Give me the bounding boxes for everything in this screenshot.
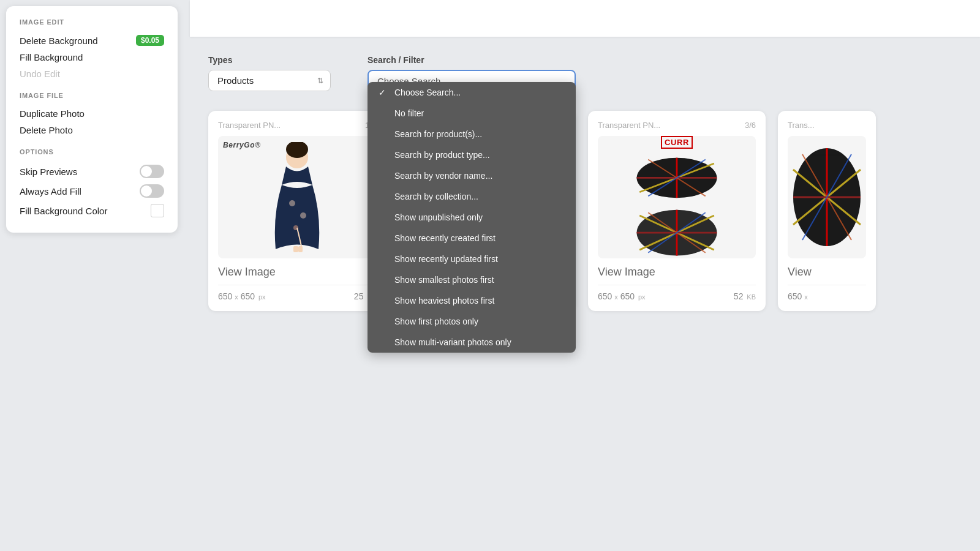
dropdown-item-label: Search by vendor name... bbox=[394, 171, 492, 181]
section-image-file-label: IMAGE FILE bbox=[20, 92, 164, 99]
svg-rect-6 bbox=[298, 246, 303, 252]
card-4-label: Trans... bbox=[788, 121, 815, 130]
check-mark-icon: ✓ bbox=[379, 88, 388, 97]
delete-photo-label: Delete Photo bbox=[20, 125, 73, 135]
delete-photo-item[interactable]: Delete Photo bbox=[20, 122, 164, 138]
hat-partial-icon bbox=[790, 142, 864, 252]
dropdown-item-12[interactable]: Show multi-variant photos only bbox=[368, 332, 576, 353]
types-select-wrapper: Products ⇅ bbox=[208, 70, 331, 91]
product-card-4: Trans... View 650 x bbox=[778, 111, 876, 311]
filter-row: Types Products ⇅ Search / Filter ✓Choose… bbox=[190, 37, 980, 105]
dropdown-item-label: No filter bbox=[394, 108, 424, 118]
dropdown-item-10[interactable]: Show heaviest photos first bbox=[368, 290, 576, 311]
undo-edit-label: Undo Edit bbox=[20, 69, 60, 79]
skip-previews-toggle[interactable] bbox=[140, 165, 164, 178]
dropdown-item-6[interactable]: Show unpublished only bbox=[368, 207, 576, 228]
card-4-divider bbox=[788, 285, 866, 285]
dropdown-item-label: Show multi-variant photos only bbox=[394, 337, 511, 347]
price-badge: $0.05 bbox=[136, 35, 164, 46]
card-1-dims: 650 x 650 px bbox=[218, 291, 266, 301]
fill-color-swatch[interactable] bbox=[151, 204, 164, 217]
dress-icon bbox=[266, 142, 328, 252]
dropdown-item-11[interactable]: Show first photos only bbox=[368, 311, 576, 332]
card-1-brand: BerryGo® bbox=[223, 141, 261, 149]
top-bar bbox=[190, 0, 980, 37]
dropdown-item-label: Show recently updated first bbox=[394, 254, 498, 264]
dropdown-item-label: Show unpublished only bbox=[394, 212, 483, 222]
product-card-1: Transparent PN... 1/6 BerryGo® bbox=[208, 111, 386, 311]
card-3-dims: 650 x 650 px bbox=[598, 291, 646, 301]
dropdown-item-label: Search by collection... bbox=[394, 192, 478, 201]
card-4-view-image[interactable]: View bbox=[788, 266, 866, 279]
dropdown-item-2[interactable]: Search for product(s)... bbox=[368, 124, 576, 144]
always-add-fill-toggle[interactable] bbox=[140, 184, 164, 198]
dropdown-item-5[interactable]: Search by collection... bbox=[368, 186, 576, 207]
fill-background-color-item: Fill Background Color bbox=[20, 201, 164, 220]
undo-edit-item: Undo Edit bbox=[20, 66, 164, 82]
card-3-label: Transparent PN... bbox=[598, 121, 660, 130]
dropdown-item-7[interactable]: Show recently created first bbox=[368, 228, 576, 249]
fill-background-label: Fill Background bbox=[20, 52, 83, 62]
cards-row: Transparent PN... 1/6 BerryGo® bbox=[190, 111, 980, 311]
dropdown-item-1[interactable]: No filter bbox=[368, 103, 576, 124]
card-3-brand: CURR bbox=[661, 136, 693, 149]
dropdown-item-label: Choose Search... bbox=[394, 88, 461, 97]
dropdown-item-label: Show smallest photos first bbox=[394, 275, 494, 285]
main-area: Types Products ⇅ Search / Filter ✓Choose… bbox=[190, 0, 980, 551]
left-panel: IMAGE EDIT Delete Background $0.05 Fill … bbox=[6, 6, 178, 233]
section-options-label: OPTIONS bbox=[20, 148, 164, 156]
dropdown-item-8[interactable]: Show recently updated first bbox=[368, 249, 576, 269]
skip-previews-label: Skip Previews bbox=[20, 167, 77, 177]
hat-top-icon bbox=[628, 155, 726, 201]
svg-point-3 bbox=[300, 212, 306, 219]
duplicate-photo-item[interactable]: Duplicate Photo bbox=[20, 105, 164, 122]
fill-background-item[interactable]: Fill Background bbox=[20, 49, 164, 66]
card-4-meta: 650 x bbox=[788, 291, 866, 301]
always-add-fill-item: Always Add Fill bbox=[20, 181, 164, 201]
dropdown-item-label: Show recently created first bbox=[394, 233, 496, 243]
delete-background-item[interactable]: Delete Background $0.05 bbox=[20, 32, 164, 49]
search-filter-group: Search / Filter ✓Choose Search...No filt… bbox=[368, 55, 576, 92]
hat-bottom-icon bbox=[628, 207, 726, 258]
dropdown-item-0[interactable]: ✓Choose Search... bbox=[368, 82, 576, 103]
card-1-image-area: BerryGo® bbox=[218, 136, 376, 258]
delete-background-label: Delete Background bbox=[20, 36, 98, 46]
search-filter-label: Search / Filter bbox=[368, 55, 576, 65]
card-3-meta: 650 x 650 px 52 KB bbox=[598, 291, 756, 301]
skip-previews-item: Skip Previews bbox=[20, 162, 164, 181]
dropdown-item-label: Search by product type... bbox=[394, 150, 490, 160]
card-1-label: Transparent PN... bbox=[218, 121, 281, 130]
card-4-dims: 650 x bbox=[788, 291, 808, 301]
card-3-header: Transparent PN... 3/6 bbox=[598, 121, 756, 130]
types-select[interactable]: Products bbox=[208, 70, 331, 91]
always-add-fill-label: Always Add Fill bbox=[20, 186, 81, 197]
svg-point-2 bbox=[289, 200, 295, 206]
search-dropdown: ✓Choose Search...No filterSearch for pro… bbox=[368, 82, 576, 353]
card-3-count: 3/6 bbox=[745, 121, 756, 130]
dropdown-item-label: Show first photos only bbox=[394, 317, 478, 326]
card-3-size: 52 KB bbox=[734, 291, 756, 301]
card-3-view-image[interactable]: View Image bbox=[598, 266, 756, 279]
dropdown-item-9[interactable]: Show smallest photos first bbox=[368, 269, 576, 290]
card-4-header: Trans... bbox=[788, 121, 866, 130]
card-1-meta: 650 x 650 px 25 KB bbox=[218, 291, 376, 301]
card-1-header: Transparent PN... 1/6 bbox=[218, 121, 376, 130]
card-1-view-image[interactable]: View Image bbox=[218, 266, 376, 279]
card-4-image-area bbox=[788, 136, 866, 258]
product-card-3: Transparent PN... 3/6 CURR bbox=[588, 111, 766, 311]
dropdown-item-label: Show heaviest photos first bbox=[394, 296, 494, 305]
card-3-image-area: CURR bbox=[598, 136, 756, 258]
types-label: Types bbox=[208, 55, 331, 65]
card-3-divider bbox=[598, 285, 756, 285]
types-group: Types Products ⇅ bbox=[208, 55, 331, 91]
dropdown-item-4[interactable]: Search by vendor name... bbox=[368, 165, 576, 186]
fill-background-color-label: Fill Background Color bbox=[20, 206, 107, 216]
svg-rect-5 bbox=[293, 246, 298, 252]
duplicate-photo-label: Duplicate Photo bbox=[20, 108, 85, 119]
dropdown-item-3[interactable]: Search by product type... bbox=[368, 144, 576, 165]
section-image-edit-label: IMAGE EDIT bbox=[20, 18, 164, 26]
card-1-divider bbox=[218, 285, 376, 285]
dropdown-item-label: Search for product(s)... bbox=[394, 129, 482, 139]
